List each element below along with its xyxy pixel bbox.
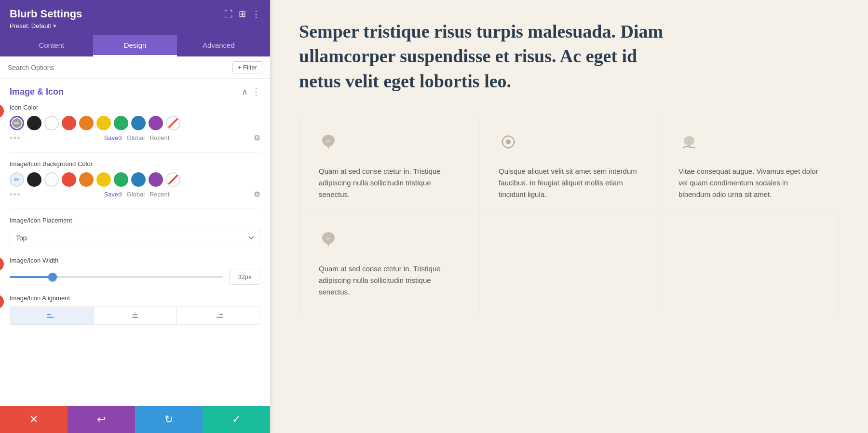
global-link[interactable]: Global (127, 134, 145, 141)
panel-header-top: Blurb Settings ⛶ ⊞ ⋮ (10, 8, 260, 20)
main-content: Semper tristique risus turpis malesuada.… (270, 0, 868, 433)
bg-swatch-yellow[interactable] (96, 172, 111, 187)
alignment-field: 3 Image/Icon Alignment (10, 294, 260, 325)
bg-color-label: Image/Icon Background Color (10, 160, 260, 168)
search-bar: + Filter (0, 56, 270, 79)
bg-gear-icon[interactable]: ⚙ (254, 190, 260, 199)
card-2-text: Quisque aliquet velit sit amet sem inter… (499, 166, 639, 200)
bg-color-field: Image/Icon Background Color ✏ (10, 160, 260, 199)
align-right-icon (214, 312, 223, 320)
cards-bottom-grid: Quam at sed conse ctetur in. Tristique a… (299, 215, 839, 312)
section-header-icons (242, 86, 260, 97)
step-2-indicator: 2 (0, 257, 4, 271)
swatch-red[interactable] (62, 116, 76, 130)
icon-color-label: Icon Color (10, 104, 260, 111)
svg-rect-5 (132, 317, 138, 318)
bg-dot1 (10, 193, 12, 196)
svg-rect-2 (47, 317, 54, 318)
search-input[interactable] (8, 64, 232, 71)
bottom-card-1-icon (319, 230, 460, 253)
icon-color-footer: Saved Global Recent ⚙ (10, 133, 260, 142)
section-header: Image & Icon (10, 86, 260, 97)
chevron-up-icon[interactable] (242, 86, 248, 97)
panel-header-icons: ⛶ ⊞ ⋮ (224, 9, 260, 19)
bg-swatch-none[interactable] (166, 172, 180, 187)
swatch-yellow[interactable] (96, 116, 111, 130)
step-1-indicator: 1 (0, 104, 4, 118)
placement-field: Image/Icon Placement Top Left Right (10, 217, 260, 247)
preset-label[interactable]: Preset: Default ▾ (10, 22, 260, 29)
card-3-icon (678, 132, 820, 156)
filter-button[interactable]: + Filter (232, 61, 262, 73)
tabs: Content Design Advanced (10, 35, 260, 56)
card-1-text: Quam at sed conse ctetur in. Tristique a… (319, 166, 460, 200)
swatch-blue[interactable] (131, 116, 146, 130)
svg-rect-0 (47, 314, 51, 315)
bottom-card-1-text: Quam at sed conse ctetur in. Tristique a… (319, 263, 460, 298)
card-1: Quam at sed conse ctetur in. Tristique a… (299, 118, 479, 215)
saved-link[interactable]: Saved (104, 134, 122, 141)
cancel-button[interactable]: ✕ (0, 406, 68, 433)
columns-icon[interactable]: ⊞ (239, 9, 246, 19)
redo-button[interactable]: ↻ (135, 406, 203, 433)
tab-design[interactable]: Design (93, 35, 176, 56)
bg-swatch-green[interactable] (114, 172, 128, 187)
icon-color-field: 1 Icon Color ✏ (10, 104, 260, 142)
color-dots (10, 137, 20, 139)
swatch-purple[interactable] (149, 116, 163, 130)
expand-icon[interactable]: ⛶ (224, 9, 233, 19)
swatch-black[interactable] (27, 116, 41, 130)
bg-swatch-white[interactable] (44, 172, 59, 187)
swatch-white[interactable] (44, 116, 59, 130)
icon-color-pencil[interactable]: ✏ (10, 116, 24, 130)
slider-track[interactable] (10, 276, 223, 278)
bg-dot2 (14, 193, 16, 196)
align-left-button[interactable] (10, 307, 94, 324)
panel-content: Image & Icon 1 Icon Color ✏ (0, 79, 270, 406)
card-1-icon (319, 132, 460, 156)
section-title: Image & Icon (10, 87, 64, 97)
swatch-orange[interactable] (79, 116, 94, 130)
placement-select[interactable]: Top Left Right (10, 229, 260, 247)
dot2 (14, 137, 16, 139)
recent-link[interactable]: Recent (149, 134, 169, 141)
tab-advanced[interactable]: Advanced (177, 35, 260, 56)
slider-row: 32px (10, 269, 260, 285)
main-heading: Semper tristique risus turpis malesuada.… (299, 19, 675, 94)
color-gear-icon[interactable]: ⚙ (254, 133, 260, 142)
align-center-button[interactable] (94, 307, 177, 324)
bg-dot3 (17, 193, 20, 196)
dot3 (17, 137, 20, 139)
bg-color-pencil[interactable]: ✏ (10, 172, 24, 187)
swatch-none[interactable] (166, 116, 180, 130)
align-right-button[interactable] (177, 307, 260, 324)
width-label: Image/Icon Width (10, 257, 260, 264)
bg-swatch-orange[interactable] (79, 172, 94, 187)
bg-swatch-black[interactable] (27, 172, 41, 187)
bg-global-link[interactable]: Global (127, 191, 145, 198)
bg-saved-link[interactable]: Saved (104, 191, 122, 198)
placement-label: Image/Icon Placement (10, 217, 260, 224)
bg-swatch-blue[interactable] (131, 172, 146, 187)
cards-grid: Quam at sed conse ctetur in. Tristique a… (299, 118, 839, 215)
panel-title: Blurb Settings (10, 8, 82, 20)
undo-button[interactable]: ↩ (68, 406, 135, 433)
step-3-indicator: 3 (0, 294, 4, 309)
tab-content[interactable]: Content (10, 35, 93, 56)
slider-thumb[interactable] (48, 273, 57, 281)
card-3: Vitae consequat augue. Vivamus eget dolo… (659, 118, 839, 215)
bottom-bar: ✕ ↩ ↻ ✓ (0, 406, 270, 433)
align-left-icon (47, 312, 56, 320)
card-2-icon (499, 132, 639, 156)
alignment-label: Image/Icon Alignment (10, 294, 260, 302)
swatch-green[interactable] (114, 116, 128, 130)
bg-recent-link[interactable]: Recent (149, 191, 169, 198)
save-button[interactable]: ✓ (203, 406, 270, 433)
section-more-icon[interactable] (252, 86, 260, 97)
bg-swatch-red[interactable] (62, 172, 76, 187)
dot1 (10, 137, 12, 139)
more-options-icon[interactable]: ⋮ (252, 9, 260, 19)
bg-swatch-purple[interactable] (149, 172, 163, 187)
image-icon-section: Image & Icon 1 Icon Color ✏ (10, 86, 260, 325)
slider-value[interactable]: 32px (229, 269, 260, 285)
